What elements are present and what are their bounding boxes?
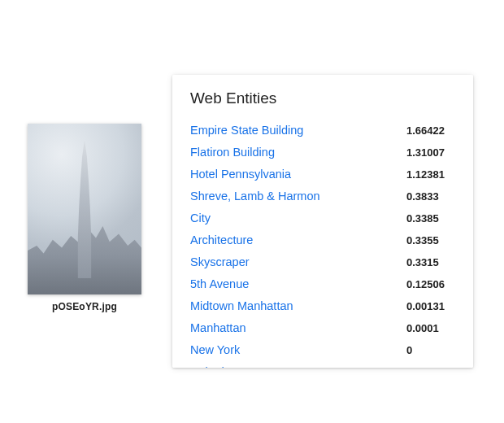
entity-score: 0	[406, 366, 455, 368]
entity-link[interactable]: Skyscraper	[190, 253, 250, 271]
entity-link[interactable]: Hotel Pennsylvania	[190, 165, 291, 183]
entity-row: Architecture0.3355	[190, 229, 468, 251]
empire-state-icon	[75, 140, 94, 278]
entity-link[interactable]: Architecture	[190, 231, 253, 249]
entity-score: 0.3355	[406, 234, 455, 246]
entity-score: 0	[406, 344, 455, 356]
thumbnail-filename: pOSEoYR.jpg	[28, 301, 141, 312]
entity-link[interactable]: New York	[190, 341, 240, 359]
entity-link[interactable]: United States	[190, 363, 261, 368]
app-root: pOSEoYR.jpg Web Entities Empire State Bu…	[0, 0, 504, 423]
entities-list: Empire State Building1.66422Flatiron Bui…	[190, 119, 468, 368]
entity-link[interactable]: City	[190, 209, 211, 227]
entity-score: 0.3385	[406, 212, 455, 225]
entity-score: 0.12506	[406, 278, 455, 290]
entity-row: United States0	[190, 360, 468, 368]
entity-row: Flatiron Building1.31007	[190, 141, 468, 163]
entity-link[interactable]: Manhattan	[190, 319, 246, 337]
entity-row: Hotel Pennsylvania1.12381	[190, 163, 468, 185]
entity-link[interactable]: Flatiron Building	[190, 143, 275, 161]
entity-row: Empire State Building1.66422	[190, 119, 468, 141]
entity-score: 0.3315	[406, 256, 455, 268]
thumbnail-column: pOSEoYR.jpg	[28, 124, 141, 312]
entity-row: Manhattan0.0001	[190, 316, 468, 338]
entity-score: 0.00131	[406, 300, 455, 312]
entity-row: Shreve, Lamb & Harmon0.3833	[190, 185, 468, 207]
uploaded-image-thumbnail[interactable]	[28, 124, 141, 294]
entity-row: New York0	[190, 338, 468, 360]
panel-title: Web Entities	[190, 89, 468, 107]
entity-score: 1.31007	[406, 146, 455, 159]
entity-link[interactable]: Midtown Manhattan	[190, 297, 293, 315]
entity-link[interactable]: Empire State Building	[190, 121, 303, 139]
entity-row: Midtown Manhattan0.00131	[190, 294, 468, 316]
entity-score: 0.3833	[406, 190, 455, 203]
entity-score: 1.66422	[406, 124, 455, 137]
entity-row: City0.3385	[190, 207, 468, 229]
entity-link[interactable]: 5th Avenue	[190, 275, 249, 293]
entity-row: Skyscraper0.3315	[190, 251, 468, 273]
entity-link[interactable]: Shreve, Lamb & Harmon	[190, 187, 320, 205]
entity-score: 0.0001	[406, 322, 455, 334]
entity-row: 5th Avenue0.12506	[190, 273, 468, 294]
entity-score: 1.12381	[406, 168, 455, 181]
web-entities-panel[interactable]: Web Entities Empire State Building1.6642…	[172, 75, 473, 368]
